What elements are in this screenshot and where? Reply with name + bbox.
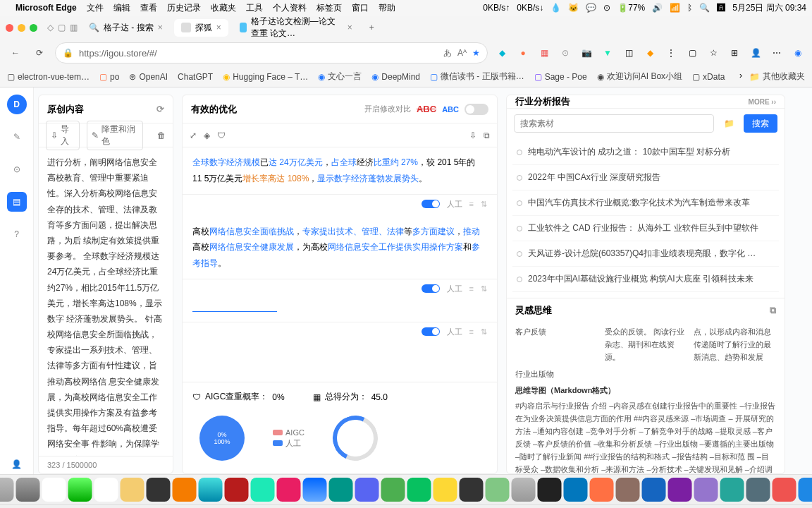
ext-icon[interactable]: ⋮ (664, 46, 678, 60)
bt-icon[interactable]: ᛒ (687, 3, 692, 13)
bookmark-item[interactable]: ◉文心一言 (318, 71, 362, 83)
sidebar-icon[interactable]: ▥ (70, 23, 78, 32)
ext-icon[interactable]: ⊞ (727, 46, 742, 60)
tray-icon[interactable]: 💬 (586, 3, 596, 13)
tab-2[interactable]: 探狐× (174, 19, 228, 37)
dock-item[interactable] (381, 478, 405, 502)
app-logo[interactable]: D (7, 95, 27, 114)
tray-icon[interactable]: ⊙ (603, 3, 610, 13)
bookmark-item[interactable]: ▢xData (692, 72, 725, 82)
report-item[interactable]: 工业软件之 CAD 行业报告： 从海外工 业软件巨头到中望软件 (512, 216, 779, 241)
search-input[interactable] (514, 114, 714, 133)
minimize-window[interactable] (18, 24, 25, 32)
dock-item[interactable] (746, 478, 770, 502)
expand-icon[interactable]: ⧉ (770, 305, 776, 316)
dedup-button[interactable]: ✎降重和润色 (87, 121, 143, 150)
list-icon[interactable]: ≡ (469, 200, 474, 208)
dock-item[interactable] (773, 478, 796, 502)
copy-icon[interactable]: ⧉ (484, 131, 490, 140)
ext-icon[interactable]: ▼ (601, 46, 615, 60)
bookmark-item[interactable]: ChatGPT (178, 72, 213, 82)
close-icon[interactable]: × (347, 23, 352, 32)
dock-item[interactable] (0, 478, 14, 502)
dock-item[interactable] (329, 478, 353, 502)
dock-item[interactable] (42, 478, 66, 502)
dock-item[interactable] (512, 478, 536, 502)
original-text[interactable]: 进行分析，阐明网络信息安全高校教育、管理中重要紧迫性。深入分析高校网络信息安全存… (39, 147, 173, 456)
more-icon[interactable]: ⋯ (770, 46, 784, 60)
rail-item-1[interactable]: ✎ (7, 127, 27, 147)
collections-icon[interactable]: ▢ (685, 46, 699, 60)
app-name[interactable]: Microsoft Edge (16, 3, 77, 13)
bookmark-item[interactable]: ▢Sage - Poe (534, 72, 587, 82)
menu-tabs[interactable]: 标签页 (316, 2, 342, 14)
copilot-icon[interactable]: ◉ (791, 46, 805, 60)
tray-icon[interactable]: 🐱 (568, 3, 579, 13)
clock[interactable]: 5月25日 周六 09:34 (732, 2, 806, 14)
dock-item[interactable] (564, 478, 588, 502)
report-item[interactable]: 天风证券-设计总院(603357)Q4扣非业绩表现亮眼，数字化 … (512, 241, 779, 267)
dock-item[interactable] (277, 478, 301, 502)
tool-icon[interactable]: 🛡 (217, 131, 226, 140)
block-toggle[interactable] (422, 284, 440, 293)
ext-icon[interactable]: ◫ (622, 46, 636, 60)
rail-item-2[interactable]: ⊙ (7, 159, 27, 179)
reload-button[interactable]: ⟳ (31, 44, 48, 61)
refresh-icon[interactable]: ⟳ (156, 104, 164, 114)
menu-tools[interactable]: 工具 (246, 2, 263, 14)
import-button[interactable]: ⇩导入 (46, 121, 80, 150)
tab-3[interactable]: 格子达论文检测—论文查重 论文…× (233, 13, 359, 42)
dock-item[interactable] (799, 478, 813, 502)
dock-item[interactable] (225, 478, 249, 502)
dock-item[interactable] (16, 478, 40, 502)
dock-item[interactable] (355, 478, 379, 502)
compare-toggle[interactable] (465, 104, 488, 115)
download-icon[interactable]: ⇩ (469, 131, 476, 140)
list-icon[interactable]: ≡ (469, 327, 474, 336)
search-icon[interactable]: 🔍 (699, 3, 710, 13)
dock-item[interactable] (433, 478, 457, 502)
ext-icon[interactable]: ◆ (495, 46, 509, 60)
dock-item[interactable] (720, 478, 744, 502)
bookmark-item[interactable]: ▢微信读书 - 正版书籍… (430, 71, 524, 83)
list-icon[interactable]: ≡ (469, 284, 474, 293)
folder-icon[interactable]: 📁 (718, 114, 739, 133)
dock-item[interactable] (147, 478, 171, 502)
back-button[interactable]: ← (7, 44, 24, 61)
workspaces-icon[interactable]: ▢ (58, 23, 66, 32)
profile-badge[interactable]: 👤 (749, 46, 763, 60)
optimize-block[interactable]: 全球数字经济规模已达 24万亿美元，占全球经济比重约 27%，较 201 5年的… (183, 147, 497, 195)
report-item[interactable]: 纯电动汽车设计的 成功之道： 10款中国车型 对标分析 (512, 140, 779, 165)
new-tab-button[interactable]: + (364, 23, 380, 32)
menu-favorites[interactable]: 收藏夹 (211, 2, 236, 14)
dock-item[interactable] (94, 478, 118, 502)
close-icon[interactable]: × (216, 23, 221, 32)
wifi-icon[interactable]: 📶 (670, 3, 680, 13)
battery-icon[interactable]: 🔋 77% (617, 3, 645, 13)
ext-icon[interactable]: ⊙ (558, 46, 572, 60)
tool-icon[interactable]: ⤢ (190, 131, 197, 140)
menu-file[interactable]: 文件 (87, 2, 104, 14)
optimize-block[interactable] (183, 301, 497, 322)
sort-icon[interactable]: ⇅ (481, 327, 487, 337)
favorites-icon[interactable]: ☆ (706, 46, 720, 60)
rail-item-3[interactable]: ▤ (7, 192, 27, 212)
inspire-body[interactable]: 客户反馈 受众的反馈。 阅读行业杂志、期刊和在线资源。 点，以形成内容和消息传递… (507, 322, 785, 474)
rail-item-help[interactable]: ? (7, 224, 27, 244)
block-toggle[interactable] (422, 327, 440, 336)
ext-icon[interactable]: ▦ (537, 46, 551, 60)
optimize-block[interactable]: 高校网络信息安全面临挑战，专家提出技术、管理、法律等多方面建议，推动高校网络信息… (183, 217, 497, 279)
close-icon[interactable]: × (158, 23, 163, 32)
dock-item[interactable] (590, 478, 614, 502)
close-window[interactable] (6, 24, 13, 32)
bookmark-item[interactable]: ◉Hugging Face – T… (223, 72, 308, 82)
report-item[interactable]: 2022年 中国CAx行业 深度研究报告 (512, 165, 779, 190)
profile-icon[interactable]: ◇ (47, 23, 54, 32)
dock-item[interactable] (251, 478, 275, 502)
ext-icon[interactable]: 📷 (579, 46, 593, 60)
dock-item[interactable] (486, 478, 510, 502)
search-button[interactable]: 搜索 (744, 114, 777, 133)
menu-history[interactable]: 历史记录 (167, 2, 201, 14)
lang-icon[interactable]: 🅰 (717, 3, 725, 13)
ext-icon[interactable]: ◆ (643, 46, 657, 60)
